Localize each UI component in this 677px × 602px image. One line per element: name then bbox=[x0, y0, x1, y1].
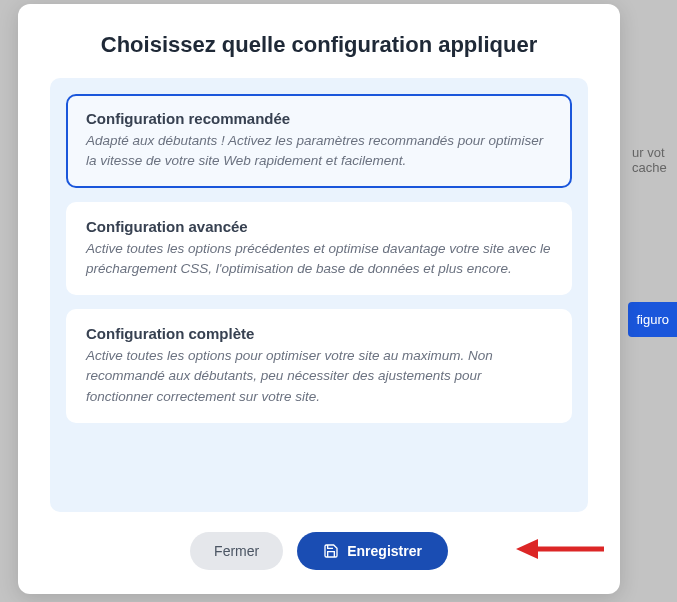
save-icon bbox=[323, 543, 339, 559]
svg-marker-1 bbox=[516, 539, 538, 559]
option-description: Active toutes les options précédentes et… bbox=[86, 239, 552, 280]
option-complete[interactable]: Configuration complète Active toutes les… bbox=[66, 309, 572, 423]
option-advanced[interactable]: Configuration avancée Active toutes les … bbox=[66, 202, 572, 296]
option-recommended[interactable]: Configuration recommandée Adapté aux déb… bbox=[66, 94, 572, 188]
modal-title: Choisissez quelle configuration applique… bbox=[50, 32, 588, 58]
option-title: Configuration complète bbox=[86, 325, 552, 342]
option-title: Configuration avancée bbox=[86, 218, 552, 235]
save-button[interactable]: Enregistrer bbox=[297, 532, 448, 570]
options-container: Configuration recommandée Adapté aux déb… bbox=[50, 78, 588, 512]
close-button[interactable]: Fermer bbox=[190, 532, 283, 570]
option-description: Adapté aux débutants ! Activez les param… bbox=[86, 131, 552, 172]
option-title: Configuration recommandée bbox=[86, 110, 552, 127]
arrow-annotation-icon bbox=[516, 536, 606, 566]
background-button-fragment: figuro bbox=[628, 302, 677, 337]
modal-footer: Fermer Enregistrer bbox=[50, 532, 588, 570]
background-text-fragment: ur vot cache bbox=[627, 140, 677, 200]
configuration-modal: Choisissez quelle configuration applique… bbox=[18, 4, 620, 594]
save-button-label: Enregistrer bbox=[347, 543, 422, 559]
option-description: Active toutes les options pour optimiser… bbox=[86, 346, 552, 407]
